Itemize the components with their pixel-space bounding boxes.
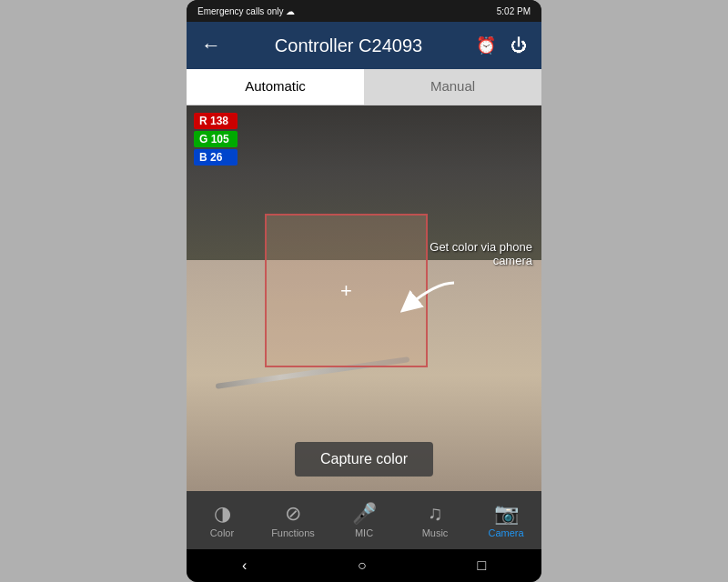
camera-icon: 📷 xyxy=(494,502,519,526)
top-nav: ← Controller C24093 ⏰ ⏻ xyxy=(187,22,541,69)
nav-icons: ⏰ ⏻ xyxy=(476,35,527,55)
arrow-icon xyxy=(390,274,463,323)
power-icon[interactable]: ⏻ xyxy=(511,36,527,55)
system-back-button[interactable]: ‹ xyxy=(242,557,247,574)
music-label: Music xyxy=(422,527,449,538)
functions-label: Functions xyxy=(271,527,315,538)
tab-manual[interactable]: Manual xyxy=(364,69,541,105)
functions-icon: ⊘ xyxy=(285,502,301,526)
status-bar: Emergency calls only ☁ 5:02 PM xyxy=(187,0,541,22)
rgb-labels: R 138 G 105 B 26 xyxy=(194,113,238,166)
tab-bar: Automatic Manual xyxy=(187,69,541,105)
nav-item-functions[interactable]: ⊘ Functions xyxy=(266,502,320,538)
camera-area: R 138 G 105 B 26 + Get color via phone c… xyxy=(187,105,541,491)
system-home-button[interactable]: ○ xyxy=(358,557,367,574)
music-icon: ♫ xyxy=(428,502,443,526)
color-label: Color xyxy=(210,527,234,538)
color-icon: ◑ xyxy=(214,502,231,526)
system-nav: ‹ ○ □ xyxy=(187,549,541,582)
nav-item-mic[interactable]: 🎤 MIC xyxy=(337,502,391,538)
mic-icon: 🎤 xyxy=(352,502,377,526)
bottom-nav: ◑ Color ⊘ Functions 🎤 MIC ♫ Music 📷 Came… xyxy=(187,491,541,549)
capture-btn-container: Capture color xyxy=(295,442,433,477)
capture-color-button[interactable]: Capture color xyxy=(295,442,433,477)
nav-item-music[interactable]: ♫ Music xyxy=(408,502,462,538)
system-recents-button[interactable]: □ xyxy=(477,557,486,574)
phone-container: Emergency calls only ☁ 5:02 PM ← Control… xyxy=(187,0,541,582)
rgb-r-label: R 138 xyxy=(194,113,238,129)
rgb-b-label: B 26 xyxy=(194,149,238,166)
mic-label: MIC xyxy=(355,527,373,538)
alarm-icon[interactable]: ⏰ xyxy=(476,35,496,55)
status-time: 5:02 PM xyxy=(497,6,531,16)
nav-item-camera[interactable]: 📷 Camera xyxy=(479,502,533,538)
status-emergency: Emergency calls only ☁ xyxy=(197,6,295,16)
crosshair-icon: + xyxy=(340,279,352,303)
tab-automatic[interactable]: Automatic xyxy=(187,69,364,105)
nav-item-color[interactable]: ◑ Color xyxy=(195,502,249,538)
back-button[interactable]: ← xyxy=(201,34,221,57)
camera-tooltip: Get color via phone camera xyxy=(405,240,532,267)
rgb-g-label: G 105 xyxy=(194,131,238,147)
camera-label: Camera xyxy=(488,527,523,538)
page-title: Controller C24093 xyxy=(232,35,465,56)
